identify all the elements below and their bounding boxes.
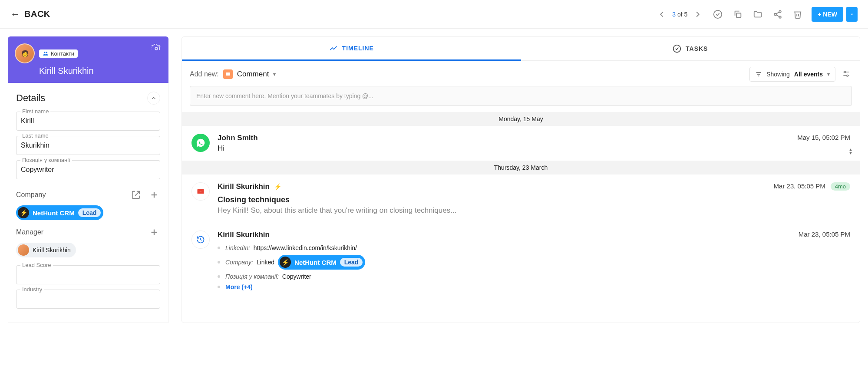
change-value: https://www.linkedin.com/in/kskurikhin/ [254, 244, 357, 251]
age-badge: 4mo [831, 182, 850, 191]
timeline-settings-icon[interactable] [841, 69, 852, 79]
folder-chip[interactable]: Контакти [39, 49, 78, 58]
change-key: LinkedIn: [225, 244, 250, 251]
comment-icon [223, 69, 233, 79]
record-pager: 3 of 5 [656, 8, 704, 20]
change-row: Company: Linked ⚡ NetHunt CRM Lead [218, 253, 791, 271]
timeline-filter[interactable]: Showing All events ▾ [749, 67, 835, 82]
date-divider: Thursday, 23 March [182, 161, 860, 175]
share-icon[interactable] [772, 8, 784, 20]
tab-tasks[interactable]: TASKS [521, 37, 860, 60]
change-value: Linked [257, 259, 274, 266]
position-label: Позиція у компанії [20, 157, 72, 163]
bolt-icon: ⚡ [274, 183, 281, 190]
event-time: Mar 23, 05:05 PM [799, 231, 850, 238]
svg-point-4 [779, 16, 781, 18]
industry-label: Industry [20, 286, 44, 293]
svg-point-2 [779, 10, 781, 13]
company-chip[interactable]: ⚡ NetHunt CRM Lead [16, 205, 103, 220]
first-name-label: First name [20, 108, 50, 115]
addnew-dropdown-icon[interactable]: ▾ [273, 71, 276, 77]
back-label: BACK [24, 9, 50, 19]
timeline-event-history[interactable]: Kirill Skurikhin LinkedIn: https://www.l… [182, 223, 860, 300]
svg-point-9 [44, 52, 46, 53]
manager-section-title: Manager [16, 228, 43, 236]
addnew-prefix: Add new: [190, 70, 219, 78]
add-manager-icon[interactable] [148, 226, 160, 238]
folder-chip-label: Контакти [51, 50, 74, 57]
email-subject: Closing techniques [218, 195, 766, 204]
gear-icon[interactable] [150, 43, 162, 55]
company-stage-pill: Lead [78, 208, 101, 217]
copy-icon[interactable] [732, 8, 744, 20]
history-icon [191, 231, 210, 249]
svg-point-8 [155, 47, 158, 50]
open-company-icon[interactable] [130, 189, 142, 201]
addnew-comment-button[interactable]: Comment [237, 70, 269, 79]
add-company-icon[interactable] [148, 189, 160, 201]
details-title: Details [16, 92, 45, 104]
event-time: Mar 23, 05:05 PM [774, 182, 825, 190]
manager-chip-name: Kirill Skurikhin [33, 247, 71, 254]
change-row: LinkedIn: https://www.linkedin.com/in/ks… [218, 243, 791, 253]
company-chip-inline[interactable]: ⚡ NetHunt CRM Lead [278, 255, 365, 270]
comment-input[interactable]: Enter new comment here. Mention your tea… [190, 86, 852, 106]
filter-value: All events [794, 71, 823, 78]
event-author: John Smith [218, 134, 258, 142]
mark-done-icon[interactable] [712, 8, 724, 20]
chevron-down-icon: ▾ [827, 71, 830, 77]
manager-avatar [18, 244, 29, 256]
collapse-details-button[interactable] [147, 92, 160, 105]
timeline-event-email[interactable]: Kirill Skurikhin ⚡ Closing techniques He… [182, 175, 860, 223]
back-button[interactable]: ← BACK [10, 9, 50, 20]
svg-marker-7 [851, 13, 853, 15]
svg-line-6 [776, 15, 779, 16]
svg-point-3 [774, 13, 776, 15]
event-time: May 15, 05:02 PM [797, 134, 850, 141]
pager-total: 5 [684, 11, 687, 18]
email-icon [191, 182, 210, 201]
company-stage-pill: Lead [340, 258, 363, 267]
pager-prev-button[interactable] [656, 8, 668, 20]
svg-point-21 [845, 71, 846, 72]
change-row-more[interactable]: More (+4) [218, 282, 791, 292]
event-author: Kirill Skurikhin [218, 182, 270, 191]
lead-score-label: Lead Score [20, 262, 53, 268]
change-key: Company: [225, 259, 253, 266]
whatsapp-icon [191, 134, 210, 152]
company-logo-icon: ⚡ [280, 257, 291, 268]
company-section-title: Company [16, 191, 46, 199]
delete-icon[interactable] [792, 8, 804, 20]
company-logo-icon: ⚡ [18, 207, 29, 218]
timeline-icon [329, 44, 338, 53]
email-snippet: Hey Kirill! So, about this article that … [218, 206, 766, 215]
svg-rect-1 [737, 13, 741, 17]
tab-tasks-label: TASKS [686, 45, 708, 52]
svg-point-23 [847, 75, 848, 76]
svg-point-10 [46, 52, 48, 53]
svg-point-0 [714, 10, 722, 18]
pager-next-button[interactable] [692, 8, 704, 20]
contact-name: Kirill Skurikhin [39, 66, 162, 76]
expand-toggle-icon[interactable]: ▴▾ [849, 148, 852, 155]
move-folder-icon[interactable] [752, 8, 764, 20]
manager-chip[interactable]: Kirill Skurikhin [16, 243, 76, 257]
pager-of-label: of [677, 11, 683, 18]
new-button-dropdown[interactable] [846, 7, 858, 22]
event-body-text: Hi [218, 144, 789, 153]
timeline-event-whatsapp[interactable]: John Smith Hi May 15, 05:02 PM ▴▾ [182, 126, 860, 161]
company-chip-name: NetHunt CRM [294, 259, 337, 266]
event-author: Kirill Skurikhin [218, 231, 270, 239]
svg-rect-16 [226, 72, 230, 76]
more-link[interactable]: More (+4) [225, 283, 253, 290]
change-row: Позиція у компанії: Copywriter [218, 271, 791, 282]
arrow-left-icon: ← [10, 9, 20, 20]
tab-timeline[interactable]: TIMELINE [182, 37, 521, 61]
tab-timeline-label: TIMELINE [342, 45, 374, 52]
contact-avatar: 🧑 [15, 43, 35, 63]
new-button[interactable]: + NEW [812, 7, 843, 22]
svg-line-5 [776, 12, 779, 13]
date-divider: Monday, 15 May [182, 112, 860, 126]
contact-card-header: 🧑 Контакти Kirill Skurikhin [8, 36, 168, 83]
last-name-label: Last name [20, 132, 50, 139]
